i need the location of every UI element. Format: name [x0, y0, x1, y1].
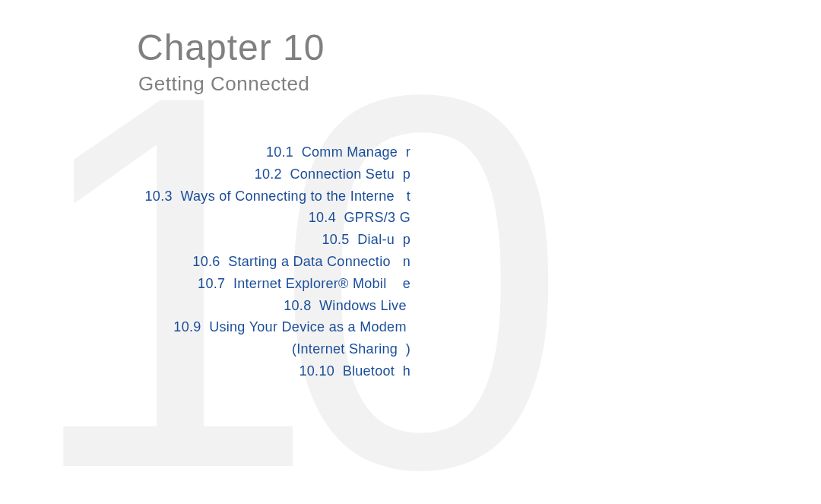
- toc-item: 10.7 Internet Explorer® Mobil e: [137, 273, 410, 295]
- toc-item: 10.5 Dial-u p: [137, 229, 410, 251]
- toc-item: 10.1 Comm Manage r: [137, 141, 410, 163]
- toc-item: 10.9 Using Your Device as a Modem: [137, 316, 410, 338]
- toc-item: 10.6 Starting a Data Connectio n: [137, 251, 410, 273]
- toc-item: 10.8 Windows Live: [137, 295, 410, 317]
- chapter-title: Chapter 10: [137, 27, 821, 68]
- toc-item: 10.2 Connection Setu p: [137, 163, 410, 185]
- page-content: Chapter 10 Getting Connected 10.1 Comm M…: [0, 0, 821, 382]
- toc-item: 10.3 Ways of Connecting to the Interne t: [137, 185, 410, 208]
- toc-item: 10.4 GPRS/3 G: [137, 207, 410, 229]
- toc-item: (Internet Sharing ): [137, 338, 410, 360]
- toc-item: 10.10 Bluetoot h: [137, 360, 410, 382]
- table-of-contents: 10.1 Comm Manage r 10.2 Connection Setu …: [137, 141, 410, 382]
- chapter-subtitle: Getting Connected: [138, 72, 821, 96]
